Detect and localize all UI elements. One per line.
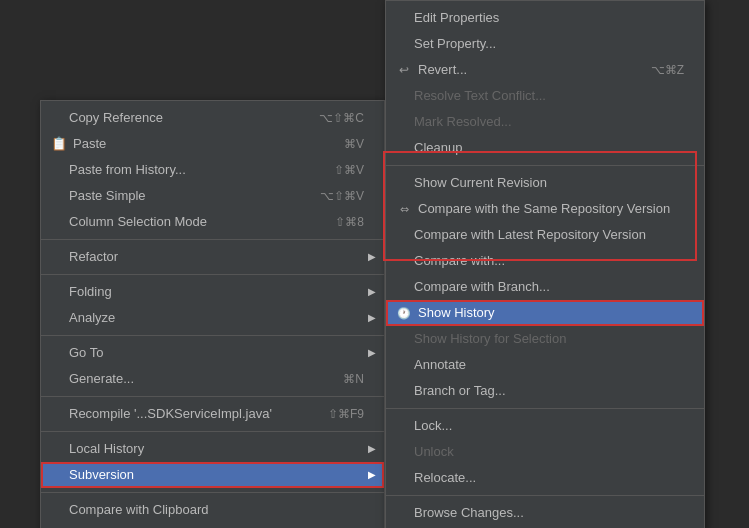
paste-from-history-item[interactable]: Paste from History... ⇧⌘V (41, 157, 384, 183)
paste-icon: 📋 (49, 134, 69, 154)
unlock-label: Unlock (414, 442, 454, 462)
show-history-label: Show History (418, 303, 495, 323)
compare-same-repo-label: Compare with the Same Repository Version (418, 199, 670, 219)
separator-2 (41, 274, 384, 275)
browse-changes-label: Browse Changes... (414, 503, 524, 523)
relocate-label: Relocate... (414, 468, 476, 488)
compare-same-repo-icon: ⇔ (394, 199, 414, 219)
edit-properties-item[interactable]: Edit Properties (386, 5, 704, 31)
paste-label: Paste (73, 134, 106, 154)
column-selection-shortcut: ⇧⌘8 (315, 212, 364, 232)
local-history-label: Local History (69, 439, 144, 459)
annotate-label: Annotate (414, 355, 466, 375)
show-history-item[interactable]: 🕐 Show History (386, 300, 704, 326)
compare-with-item[interactable]: Compare with... (386, 248, 704, 274)
local-history-arrow-icon: ▶ (368, 439, 376, 459)
separator-r2 (386, 408, 704, 409)
folding-label: Folding (69, 282, 112, 302)
separator-3 (41, 335, 384, 336)
annotate-item[interactable]: Annotate (386, 352, 704, 378)
analyze-arrow-icon: ▶ (368, 308, 376, 328)
relocate-item[interactable]: Relocate... (386, 465, 704, 491)
subversion-label: Subversion (69, 465, 134, 485)
compare-latest-repo-item[interactable]: Compare with Latest Repository Version (386, 222, 704, 248)
cleanup-item[interactable]: Cleanup (386, 135, 704, 161)
copy-reference-item[interactable]: Copy Reference ⌥⇧⌘C (41, 105, 384, 131)
revert-label: Revert... (418, 60, 467, 80)
generate-label: Generate... (69, 369, 134, 389)
resolve-text-conflict-label: Resolve Text Conflict... (414, 86, 546, 106)
show-history-selection-item[interactable]: Show History for Selection (386, 326, 704, 352)
analyze-label: Analyze (69, 308, 115, 328)
subversion-item[interactable]: Subversion ▶ (41, 462, 384, 488)
branch-or-tag-item[interactable]: Branch or Tag... (386, 378, 704, 404)
refactor-item[interactable]: Refactor ▶ (41, 244, 384, 270)
goto-item[interactable]: Go To ▶ (41, 340, 384, 366)
separator-6 (41, 492, 384, 493)
paste-simple-shortcut: ⌥⇧⌘V (300, 186, 364, 206)
folding-item[interactable]: Folding ▶ (41, 279, 384, 305)
revert-icon: ↩ (394, 60, 414, 80)
lock-label: Lock... (414, 416, 452, 436)
separator-4 (41, 396, 384, 397)
compare-latest-repo-label: Compare with Latest Repository Version (414, 225, 646, 245)
show-history-selection-label: Show History for Selection (414, 329, 566, 349)
unlock-item[interactable]: Unlock (386, 439, 704, 465)
revert-shortcut: ⌥⌘Z (631, 60, 684, 80)
column-selection-item[interactable]: Column Selection Mode ⇧⌘8 (41, 209, 384, 235)
paste-simple-item[interactable]: Paste Simple ⌥⇧⌘V (41, 183, 384, 209)
recompile-shortcut: ⇧⌘F9 (308, 404, 364, 424)
edit-properties-label: Edit Properties (414, 8, 499, 28)
branch-or-tag-label: Branch or Tag... (414, 381, 506, 401)
paste-from-history-shortcut: ⇧⌘V (314, 160, 364, 180)
compare-same-repo-item[interactable]: ⇔ Compare with the Same Repository Versi… (386, 196, 704, 222)
goto-arrow-icon: ▶ (368, 343, 376, 363)
lock-item[interactable]: Lock... (386, 413, 704, 439)
subversion-arrow-icon: ▶ (368, 465, 376, 485)
resolve-text-conflict-item[interactable]: Resolve Text Conflict... (386, 83, 704, 109)
revert-item[interactable]: ↩ Revert... ⌥⌘Z (386, 57, 704, 83)
analyze-item[interactable]: Analyze ▶ (41, 305, 384, 331)
right-context-menu: Edit Properties Set Property... ↩ Revert… (385, 0, 705, 528)
generate-shortcut: ⌘N (323, 369, 364, 389)
column-selection-label: Column Selection Mode (69, 212, 207, 232)
compare-branch-label: Compare with Branch... (414, 277, 550, 297)
compare-with-label: Compare with... (414, 251, 505, 271)
mark-resolved-item[interactable]: Mark Resolved... (386, 109, 704, 135)
show-current-revision-label: Show Current Revision (414, 173, 547, 193)
compare-clipboard-item[interactable]: Compare with Clipboard (41, 497, 384, 523)
show-history-icon: 🕐 (394, 303, 414, 323)
recompile-item[interactable]: Recompile '...SDKServiceImpl.java' ⇧⌘F9 (41, 401, 384, 427)
separator-1 (41, 239, 384, 240)
set-property-item[interactable]: Set Property... (386, 31, 704, 57)
recompile-label: Recompile '...SDKServiceImpl.java' (69, 404, 272, 424)
compare-branch-item[interactable]: Compare with Branch... (386, 274, 704, 300)
local-history-item[interactable]: Local History ▶ (41, 436, 384, 462)
file-encoding-item[interactable]: File Encoding (41, 523, 384, 528)
folding-arrow-icon: ▶ (368, 282, 376, 302)
paste-from-history-label: Paste from History... (69, 160, 186, 180)
left-context-menu: Copy Reference ⌥⇧⌘C 📋 Paste ⌘V Paste fro… (40, 100, 385, 528)
paste-simple-label: Paste Simple (69, 186, 146, 206)
separator-r1 (386, 165, 704, 166)
show-current-revision-item[interactable]: Show Current Revision (386, 170, 704, 196)
mark-resolved-label: Mark Resolved... (414, 112, 512, 132)
refactor-arrow-icon: ▶ (368, 247, 376, 267)
refactor-label: Refactor (69, 247, 118, 267)
cleanup-label: Cleanup (414, 138, 462, 158)
set-property-label: Set Property... (414, 34, 496, 54)
paste-item[interactable]: 📋 Paste ⌘V (41, 131, 384, 157)
goto-label: Go To (69, 343, 103, 363)
copy-reference-shortcut: ⌥⇧⌘C (299, 108, 364, 128)
compare-clipboard-label: Compare with Clipboard (69, 500, 208, 520)
separator-r3 (386, 495, 704, 496)
paste-shortcut: ⌘V (324, 134, 364, 154)
browse-changes-item[interactable]: Browse Changes... (386, 500, 704, 526)
copy-reference-label: Copy Reference (69, 108, 163, 128)
generate-item[interactable]: Generate... ⌘N (41, 366, 384, 392)
separator-5 (41, 431, 384, 432)
